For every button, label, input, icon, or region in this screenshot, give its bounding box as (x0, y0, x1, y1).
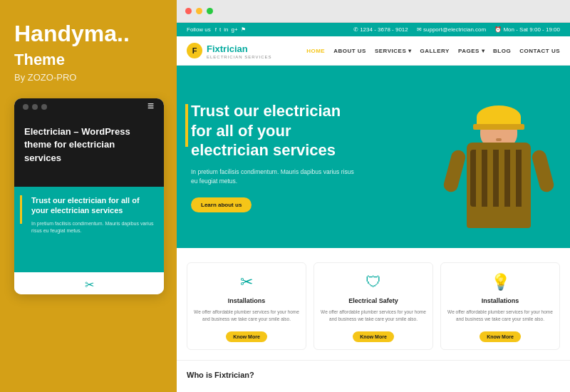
site-topbar: Follow us f t in g+ ⚑ ✆ 1234 - 3678 - 90… (177, 23, 570, 36)
mobile-preview-card: ≡ Electrician – WordPress theme for elec… (14, 98, 164, 294)
nav-links: HOME ABOUT US SERVICES ▾ GALLERY PAGES ▾… (306, 48, 560, 54)
service-desc-2: We offer affordable plumber services for… (447, 309, 554, 323)
service-card-1: 🛡 Electrical Safety We offer affordable … (314, 262, 433, 350)
linkedin-icon: in (224, 26, 228, 33)
service-title-2: Installations (447, 297, 554, 304)
hours-label: ⏰ Mon - Sat 9:00 - 19:00 (494, 26, 560, 33)
service-title-1: Electrical Safety (320, 297, 427, 304)
nav-pages[interactable]: PAGES ▾ (458, 48, 484, 54)
elec-body (467, 143, 531, 228)
email-label: ✉ support@electrician.com (417, 26, 486, 33)
services-section: ✂ Installations We offer affordable plum… (177, 248, 570, 360)
nav-about[interactable]: ABOUT US (333, 48, 366, 54)
service-btn-2[interactable]: Know More (480, 331, 521, 342)
mobile-card-dots (14, 98, 164, 115)
hero-desc: In pretium facilisis condimentum. Mauris… (191, 167, 362, 187)
dot-3 (41, 104, 47, 110)
topbar-right: ✆ 1234 - 3678 - 9012 ✉ support@electrici… (353, 26, 560, 33)
facebook-icon: f (215, 26, 217, 33)
follow-us-label: Follow us (187, 26, 211, 33)
nav-gallery[interactable]: GALLERY (420, 48, 449, 54)
mobile-hero-sub: In pretium facilisis condimentum. Mauris… (31, 220, 157, 234)
phone-label: ✆ 1234 - 3678 - 9012 (353, 26, 408, 33)
logo-main: Fixtrician (207, 43, 248, 54)
service-desc-1: We offer affordable plumber services for… (320, 309, 427, 323)
logo-icon: F (187, 43, 202, 58)
logo-sub: ELECTRICIAN SERVICES (207, 55, 272, 59)
logo-text: Fixtrician ELECTRICIAN SERVICES (207, 42, 272, 59)
googleplus-icon: g+ (232, 26, 238, 33)
service-icon-0: ✂ (193, 273, 300, 292)
learn-more-button[interactable]: Learn about us (191, 197, 252, 212)
left-panel: Handyma.. Theme By ZOZO-PRO ≡ Electricia… (0, 0, 177, 392)
mobile-hero-title: Trust our electrician for all of your el… (31, 195, 157, 216)
hero-yellow-accent (185, 104, 188, 147)
site-nav: F Fixtrician ELECTRICIAN SERVICES HOME A… (177, 36, 570, 66)
hamburger-icon: ≡ (147, 100, 154, 113)
mobile-card-heading: Electrician – WordPress theme for electr… (24, 125, 154, 165)
theme-author: By ZOZO-PRO (14, 72, 162, 83)
service-title-0: Installations (193, 297, 300, 304)
service-btn-0[interactable]: Know More (226, 331, 267, 342)
hero-right (428, 86, 556, 228)
mobile-card-content: ≡ Electrician – WordPress theme for elec… (14, 115, 164, 187)
mobile-icon-row: ✂ (14, 272, 164, 294)
who-section: Who is Fixtrician? (177, 360, 570, 388)
instagram-icon: ⚑ (241, 26, 246, 33)
twitter-icon: t (219, 26, 221, 33)
right-panel: Follow us f t in g+ ⚑ ✆ 1234 - 3678 - 90… (177, 0, 570, 392)
service-btn-1[interactable]: Know More (353, 331, 394, 342)
site-hero: Trust our electricianfor all of yourelec… (177, 66, 570, 248)
hero-title: Trust our electricianfor all of yourelec… (191, 101, 428, 160)
dot-2 (32, 104, 38, 110)
service-icon-2: 💡 (447, 273, 554, 292)
nav-blog[interactable]: BLOG (493, 48, 511, 54)
service-card-2: 💡 Installations We offer affordable plum… (440, 262, 560, 350)
service-icon-1: 🛡 (320, 273, 427, 292)
mobile-card-hero: Trust our electrician for all of your el… (14, 187, 164, 272)
elec-arm-left (442, 148, 467, 193)
logo-area: F Fixtrician ELECTRICIAN SERVICES (187, 42, 272, 59)
browser-content: Follow us f t in g+ ⚑ ✆ 1234 - 3678 - 90… (177, 23, 570, 392)
mobile-hero-content: Trust our electrician for all of your el… (31, 195, 157, 234)
electrician-figure (442, 93, 556, 228)
nav-home[interactable]: HOME (306, 48, 325, 54)
nav-services[interactable]: SERVICES ▾ (375, 48, 412, 54)
elec-helmet-brim (473, 124, 524, 130)
social-icons: f t in g+ ⚑ (215, 26, 246, 33)
theme-title: Handyma.. (14, 21, 162, 46)
elec-shirt-pattern (470, 150, 527, 207)
mobile-tools-icon: ✂ (85, 278, 94, 292)
browser-dot-yellow (196, 8, 202, 14)
service-card-0: ✂ Installations We offer affordable plum… (187, 262, 306, 350)
browser-dot-green (207, 8, 213, 14)
dot-1 (23, 104, 28, 110)
hero-left: Trust our electricianfor all of yourelec… (191, 101, 428, 212)
elec-arm-right (531, 148, 556, 193)
theme-subtitle: Theme (14, 51, 162, 69)
mobile-yellow-accent (20, 195, 22, 224)
browser-chrome (177, 0, 570, 23)
who-title: Who is Fixtrician? (187, 371, 254, 379)
topbar-left: Follow us f t in g+ ⚑ (187, 26, 246, 33)
browser-dot-red (185, 8, 192, 14)
nav-contact[interactable]: CONTACT US (519, 48, 560, 54)
service-desc-0: We offer affordable plumber services for… (193, 309, 300, 323)
